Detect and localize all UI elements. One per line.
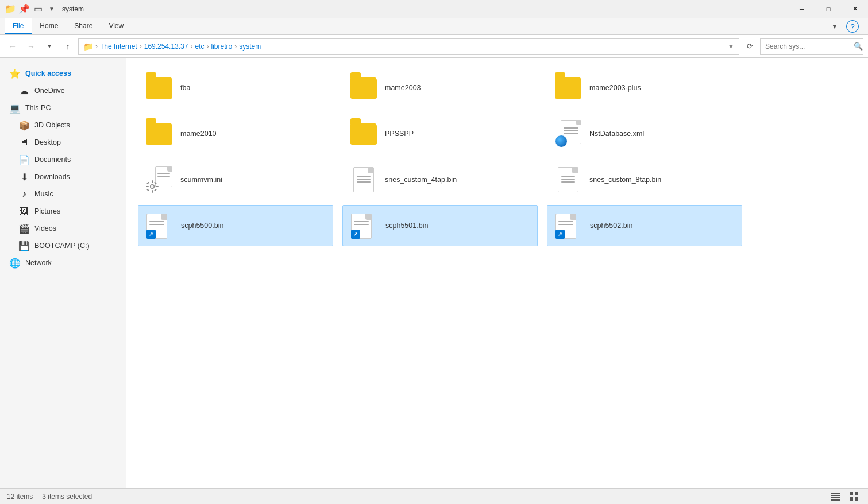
3dobjects-icon: 📦 [18,120,30,131]
minimize-button[interactable]: ─ [789,0,815,18]
sidebar-item-videos[interactable]: 🎬 Videos [0,220,126,237]
sidebar-item-documents[interactable]: 📄 Documents [0,151,126,168]
details-view-button[interactable] [829,490,843,503]
sidebar-label-desktop: Desktop [34,138,61,146]
forward-button[interactable]: → [23,38,39,55]
sidebar-item-quick-access[interactable]: ⭐ Quick access [0,65,126,82]
svg-rect-4 [146,186,149,187]
file-item-mame2010[interactable]: mame2010 [138,113,333,154]
file-name-fba: fba [180,83,190,92]
svg-rect-8 [146,189,149,192]
pin-icon: 📌 [18,3,30,15]
file-item-fba[interactable]: fba [138,67,333,108]
search-input[interactable] [765,42,851,51]
statusbar-view-controls [829,490,861,503]
tab-home[interactable]: Home [32,18,66,34]
file-item-scph5502[interactable]: ↗ scph5502.bin [547,205,742,246]
file-name-nstdatabase: NstDatabase.xml [589,129,644,138]
tab-file[interactable]: File [5,18,32,34]
file-item-nstdatabase[interactable]: NstDatabase.xml [547,113,742,154]
folder-icon-mame2003 [349,73,378,102]
path-segment-system[interactable]: system [239,42,261,51]
desktop-icon: 🖥 [18,137,30,148]
sidebar: ⭐ Quick access ☁ OneDrive 💻 This PC 📦 3D… [0,58,126,488]
items-count: 12 items [7,493,33,501]
file-name-scummvmini: scummvm.ini [180,175,222,184]
pictures-icon: 🖼 [18,206,30,216]
sidebar-item-onedrive[interactable]: ☁ OneDrive [0,82,126,99]
svg-rect-12 [831,497,840,498]
sidebar-label-bootcamp: BOOTCAMP (C:) [34,242,90,250]
file-name-mame2003plus: mame2003-plus [589,83,641,92]
sidebar-item-3dobjects[interactable]: 📦 3D Objects [0,117,126,134]
svg-rect-11 [831,495,840,496]
bin-icon-scph5501: ↗ [350,211,379,240]
address-path[interactable]: 📁 › The Internet › 169.254.13.37 › etc ›… [78,38,739,55]
close-button[interactable]: ✕ [842,0,868,18]
path-dropdown-icon[interactable]: ▼ [728,43,734,50]
ribbon-tabs: File Home Share View ▼ ? [0,18,868,34]
shortcut-arrow-icon: ↗ [146,230,156,239]
downloads-icon: ⬇ [18,172,30,183]
file-item-ppsspp[interactable]: PPSSPP [342,113,538,154]
titlebar: 📁 📌 ▭ ▼ system ─ □ ✕ [0,0,868,18]
bootcamp-icon: 💾 [18,241,30,251]
sidebar-item-downloads[interactable]: ⬇ Downloads [0,168,126,185]
folder-icon-ppsspp [349,119,378,148]
large-icons-view-button[interactable] [847,490,861,503]
sidebar-item-music[interactable]: ♪ Music [0,185,126,203]
documents-icon: 📄 [18,154,30,165]
shortcut-arrow-icon: ↗ [351,230,360,239]
sidebar-label-downloads: Downloads [34,173,70,181]
svg-rect-10 [831,493,840,494]
file-name-scph5501: scph5501.bin [385,221,428,230]
bin-icon-snes4tap [349,165,378,194]
titlebar-icons: 📁 📌 ▭ ▼ [5,3,57,15]
file-name-mame2003: mame2003 [385,83,421,92]
sidebar-label-pictures: Pictures [34,207,60,215]
bin-icon-scph5502: ↗ [554,211,583,240]
file-grid: fba mame2003 mame2003-plus [138,67,857,246]
tab-share[interactable]: Share [66,18,101,34]
window-title: system [62,5,84,13]
path-segment-ip[interactable]: 169.254.13.37 [144,42,188,51]
up-button[interactable]: ↑ [60,38,76,55]
file-item-scummvmini[interactable]: scummvm.ini [138,159,333,200]
help-button[interactable]: ? [846,20,859,33]
maximize-button[interactable]: □ [815,0,842,18]
sidebar-item-bootcamp[interactable]: 💾 BOOTCAMP (C:) [0,237,126,254]
file-name-mame2010: mame2010 [180,129,217,138]
sidebar-label-music: Music [34,190,53,198]
search-icon: 🔍 [854,42,863,51]
path-folder-icon: 📁 [83,42,93,51]
quick-access-icon: ⭐ [9,68,21,79]
app-icon: 📁 [5,3,16,15]
file-item-mame2003plus[interactable]: mame2003-plus [547,67,742,108]
path-segment-libretro[interactable]: libretro [211,42,232,51]
svg-rect-7 [154,189,157,192]
details-view-icon [831,492,840,501]
path-segment-internet[interactable]: The Internet [100,42,137,51]
ribbon-collapse-button[interactable]: ▼ [827,18,843,34]
svg-rect-3 [152,190,153,193]
file-item-mame2003[interactable]: mame2003 [342,67,538,108]
statusbar: 12 items 3 items selected [0,488,868,504]
file-item-scph5501[interactable]: ↗ scph5501.bin [342,205,538,246]
recent-button[interactable]: ▼ [41,38,57,55]
sidebar-item-network[interactable]: 🌐 Network [0,254,126,272]
file-name-scph5500: scph5500.bin [181,221,223,230]
refresh-button[interactable]: ⟳ [742,38,758,55]
back-button[interactable]: ← [5,38,21,55]
search-box: 🔍 [760,38,863,55]
sidebar-item-desktop[interactable]: 🖥 Desktop [0,134,126,151]
file-item-snes4tap[interactable]: snes_custom_4tap.bin [342,159,538,200]
path-segment-etc[interactable]: etc [195,42,204,51]
window-controls: ─ □ ✕ [789,0,868,18]
file-name-snes8tap: snes_custom_8tap.bin [589,175,661,184]
sidebar-item-thispc[interactable]: 💻 This PC [0,99,126,117]
tab-view[interactable]: View [101,18,132,34]
gear-svg [146,180,159,193]
file-item-scph5500[interactable]: ↗ scph5500.bin [138,205,333,246]
file-item-snes8tap[interactable]: snes_custom_8tap.bin [547,159,742,200]
sidebar-item-pictures[interactable]: 🖼 Pictures [0,203,126,220]
